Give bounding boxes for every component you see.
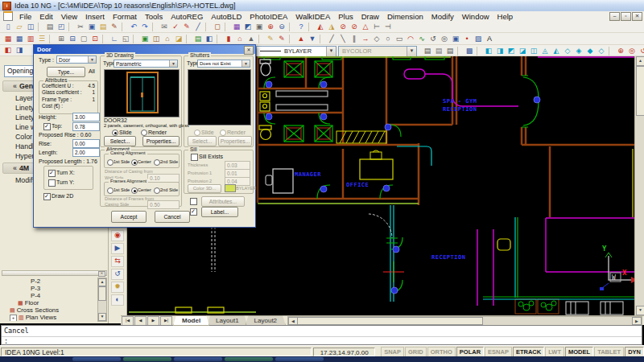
close-icon[interactable]: ✕	[244, 46, 254, 55]
status-toggle[interactable]: ORTHO	[427, 347, 456, 357]
frames-1st-side-radio[interactable]	[107, 187, 114, 194]
cell-point-icon[interactable]: ⊡	[89, 34, 101, 44]
tree-item[interactable]: ▦Floor	[2, 299, 98, 306]
tab-prev-button[interactable]: ◀	[134, 316, 147, 326]
toolbar-icon[interactable]	[49, 35, 54, 43]
coordinates-readout[interactable]: 17.23,14.97,0.00	[313, 348, 375, 356]
layout-tab[interactable]: Model	[173, 315, 209, 326]
layer-states-icon[interactable]: ◨	[14, 45, 25, 56]
menu-item[interactable]: AutoREG	[167, 12, 207, 21]
draw-arrow-icon[interactable]: →	[360, 34, 371, 44]
toolbar-icon[interactable]	[205, 23, 210, 31]
draw-2d-checkbox[interactable]	[43, 193, 51, 200]
rise-field[interactable]: 0.00	[72, 139, 100, 148]
hatch-icon[interactable]: ▨	[473, 34, 484, 44]
cancel-button[interactable]: Cancel	[155, 211, 190, 223]
menu-item[interactable]: Window	[458, 12, 493, 21]
accept-button[interactable]: Accept	[111, 211, 147, 223]
tree-item[interactable]: ▤Cross Sections	[2, 306, 98, 314]
cut-icon[interactable]: ✂	[75, 22, 86, 32]
menu-item[interactable]: Insert	[81, 12, 109, 21]
menu-item[interactable]: Dimension	[383, 12, 427, 21]
no-snap-icon[interactable]: ⊘	[349, 22, 360, 32]
column-tool-icon[interactable]: ◧	[204, 34, 215, 44]
zoom-in-icon[interactable]: ⊕	[265, 22, 276, 32]
undo-icon[interactable]: ↶	[128, 22, 139, 32]
door-tool-icon[interactable]: ⌂	[162, 34, 173, 44]
status-toggle[interactable]: ETRACK	[513, 347, 544, 357]
slab-tool-icon[interactable]: ▤	[192, 34, 204, 44]
scroll-down-icon[interactable]: ▼	[636, 306, 644, 315]
render-scene-icon[interactable]: ▩	[464, 46, 475, 56]
view-iso-icon[interactable]: ◭	[551, 46, 562, 56]
corner-icon[interactable]: ∟	[109, 34, 120, 44]
toolbar-icon[interactable]	[289, 35, 294, 43]
status-toggle[interactable]: TABLET	[594, 347, 624, 357]
toolbar-icon[interactable]	[102, 35, 107, 43]
redo-icon[interactable]: ↷	[139, 22, 151, 32]
print-preview-icon[interactable]: ◰	[56, 22, 67, 32]
close-icon[interactable]: ✕	[98, 271, 105, 277]
copy-icon[interactable]: ▣	[86, 22, 97, 32]
paste-icon[interactable]: ▤	[97, 22, 109, 32]
menu-item[interactable]: Modify	[427, 12, 458, 21]
view-bottom-icon[interactable]: ◨	[494, 46, 506, 56]
type-button[interactable]: Type...	[47, 67, 85, 77]
status-toggle[interactable]: POLAR	[456, 347, 484, 357]
zoom-previous-icon[interactable]: ↺	[638, 46, 644, 56]
shutters-select-button[interactable]: Select...	[188, 136, 217, 146]
plot-layout-icon[interactable]: ▤	[433, 46, 444, 56]
shutters-render-radio[interactable]	[220, 130, 226, 136]
render-icon[interactable]: ◩	[242, 22, 254, 32]
tab-last-button[interactable]: ▶|	[160, 316, 172, 326]
linetype-combo[interactable]: BYLAYER ▼	[256, 46, 336, 57]
attributes-checkbox[interactable]	[190, 198, 197, 205]
toolbar-icon[interactable]	[457, 47, 462, 56]
roof-tool-icon[interactable]: ◪	[173, 34, 184, 44]
door-3d-preview[interactable]	[104, 69, 180, 117]
zoom-window-icon[interactable]: ◎	[626, 46, 638, 56]
scroll-left-icon[interactable]: ◀	[288, 317, 298, 325]
menu-item[interactable]: Format	[109, 12, 141, 21]
view-top-icon[interactable]: ◧	[483, 46, 494, 56]
tab-next-button[interactable]: ▶	[147, 316, 159, 326]
chevron-down-icon[interactable]: ▼	[326, 47, 336, 56]
toolbar-icon[interactable]	[320, 35, 324, 43]
walkidea-icon[interactable]: ▶	[111, 243, 124, 254]
door-type-combo[interactable]: Door▼	[56, 56, 97, 64]
color-combo[interactable]: BYCOLOR ▼	[338, 46, 417, 57]
no-entity-icon[interactable]: ⊘	[337, 22, 349, 32]
plot-model-icon[interactable]: ▤	[422, 46, 433, 56]
insert-block-icon[interactable]: ▣	[450, 34, 461, 44]
etransmit-icon[interactable]: ✉	[159, 22, 170, 32]
shading-icon[interactable]: ◐	[111, 294, 124, 306]
mdi-minimize-button[interactable]: –	[609, 12, 620, 21]
beam-section-icon[interactable]: ⊢	[371, 22, 382, 32]
status-toggle[interactable]: ESNAP	[485, 347, 512, 357]
tree-item[interactable]: P-4	[2, 292, 98, 299]
dialog-titlebar[interactable]: Door	[34, 45, 255, 54]
mdi-close-button[interactable]: ✕	[632, 12, 642, 21]
turn-y-checkbox[interactable]	[48, 179, 56, 187]
taskbar-item[interactable]	[174, 357, 222, 361]
north-arrow-icon[interactable]: ▲	[246, 34, 257, 44]
photoidea-camera-icon[interactable]: ◉	[111, 230, 124, 241]
view-front-icon[interactable]: ◫	[528, 46, 539, 56]
view-back-icon[interactable]: ◬	[539, 46, 551, 56]
sketch-pencil-icon[interactable]: ✎	[181, 22, 192, 32]
draw-line-icon[interactable]: ╱	[326, 34, 337, 44]
axes-grid-icon[interactable]: ▥	[25, 34, 36, 44]
help-icon[interactable]: ?	[295, 22, 307, 32]
light-icon[interactable]: ✹	[111, 282, 124, 293]
text-icon[interactable]: A	[484, 34, 495, 44]
taskbar-item[interactable]	[72, 357, 121, 361]
status-toggle[interactable]: SNAP	[381, 347, 404, 357]
toolbar-icon[interactable]	[152, 23, 157, 31]
draw-donut-icon[interactable]: ◎	[439, 34, 450, 44]
pen-yellow-icon[interactable]: ✎	[265, 34, 276, 44]
pen-red-icon[interactable]: ✎	[276, 34, 287, 44]
toolbar-icon[interactable]	[122, 23, 126, 31]
select-button[interactable]: Select...	[104, 136, 136, 146]
scroll-up-icon[interactable]: ▲	[98, 278, 106, 286]
slide-radio[interactable]	[112, 130, 118, 136]
